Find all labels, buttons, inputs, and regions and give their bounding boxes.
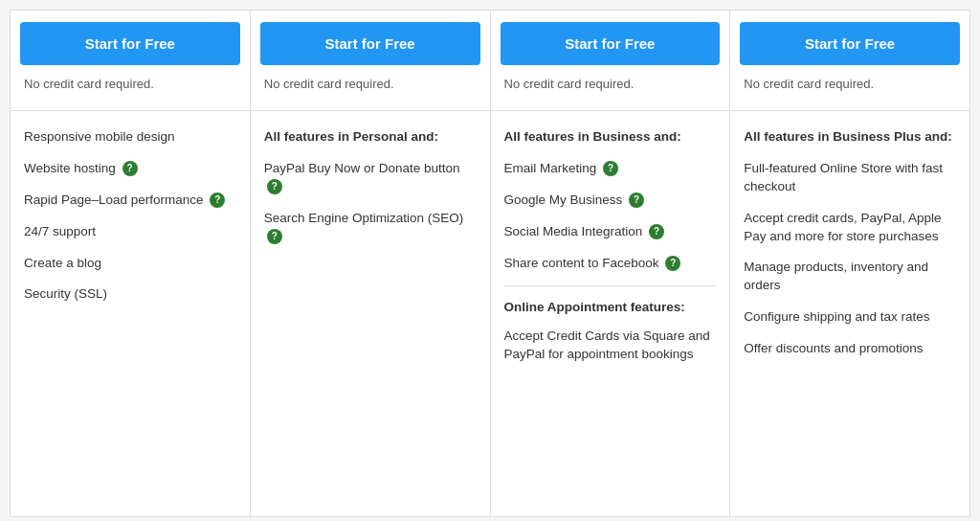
start-free-button-personal[interactable]: Start for Free xyxy=(20,22,240,65)
feature-email-marketing: Email Marketing ? xyxy=(504,160,717,178)
plans-container: Start for Free No credit card required. … xyxy=(10,10,970,517)
feature-responsive: Responsive mobile design xyxy=(24,128,236,147)
features-list-business: All features in Business and: Email Mark… xyxy=(491,123,730,391)
help-icon-email-marketing[interactable]: ? xyxy=(603,161,618,176)
feature-accept-payments: Accept credit cards, PayPal, Apple Pay a… xyxy=(744,210,956,246)
no-credit-business: No credit card required. xyxy=(491,77,730,104)
plan-card-business: Start for Free No credit card required. … xyxy=(491,10,731,517)
feature-online-store: Full-featured Online Store with fast che… xyxy=(744,160,956,196)
features-list-pro: All features in Personal and: PayPal Buy… xyxy=(251,123,490,272)
features-list-business-plus: All features in Business Plus and: Full-… xyxy=(730,123,969,385)
feature-pageload: Rapid Page–Load performance ? xyxy=(24,192,236,210)
no-credit-personal: No credit card required. xyxy=(11,77,250,104)
feature-support: 24/7 support xyxy=(24,223,236,241)
sub-section-appointment: Online Appointment features: xyxy=(504,300,717,314)
feature-ssl: Security (SSL) xyxy=(24,285,236,304)
feature-seo: Search Engine Optimization (SEO) ? xyxy=(264,210,477,246)
feature-manage-products: Manage products, inventory and orders xyxy=(744,259,956,295)
start-free-button-business-plus[interactable]: Start for Free xyxy=(740,22,960,65)
no-credit-business-plus: No credit card required. xyxy=(730,77,969,104)
help-icon-paypal[interactable]: ? xyxy=(267,179,282,194)
plan-card-personal: Start for Free No credit card required. … xyxy=(10,10,251,517)
feature-share-facebook: Share content to Facebook ? xyxy=(504,255,717,273)
feature-all-business: All features in Business and: xyxy=(504,128,717,147)
plan-card-pro: Start for Free No credit card required. … xyxy=(251,10,491,517)
feature-all-business-plus: All features in Business Plus and: xyxy=(744,128,956,147)
help-icon-seo[interactable]: ? xyxy=(267,229,282,244)
start-free-button-pro[interactable]: Start for Free xyxy=(260,22,480,65)
feature-all-personal: All features in Personal and: xyxy=(264,128,477,147)
start-free-button-business[interactable]: Start for Free xyxy=(501,22,721,65)
feature-discounts: Offer discounts and promotions xyxy=(744,340,956,358)
help-icon-social-media[interactable]: ? xyxy=(649,224,664,239)
feature-social-media: Social Media Integration ? xyxy=(504,223,717,241)
feature-accept-credit-cards: Accept Credit Cards via Square and PayPa… xyxy=(504,328,717,364)
feature-google-my-business: Google My Business ? xyxy=(504,192,717,210)
feature-blog: Create a blog xyxy=(24,255,236,273)
help-icon-hosting[interactable]: ? xyxy=(122,161,138,176)
feature-paypal: PayPal Buy Now or Donate button ? xyxy=(264,160,477,196)
help-icon-pageload[interactable]: ? xyxy=(210,193,225,208)
help-icon-google-my-business[interactable]: ? xyxy=(629,193,644,208)
feature-shipping: Configure shipping and tax rates xyxy=(744,308,956,327)
help-icon-share-facebook[interactable]: ? xyxy=(665,256,680,271)
features-list-personal: Responsive mobile design Website hosting… xyxy=(11,123,250,330)
plan-card-business-plus: Start for Free No credit card required. … xyxy=(730,10,970,517)
no-credit-pro: No credit card required. xyxy=(251,77,490,104)
feature-hosting: Website hosting ? xyxy=(24,160,236,178)
